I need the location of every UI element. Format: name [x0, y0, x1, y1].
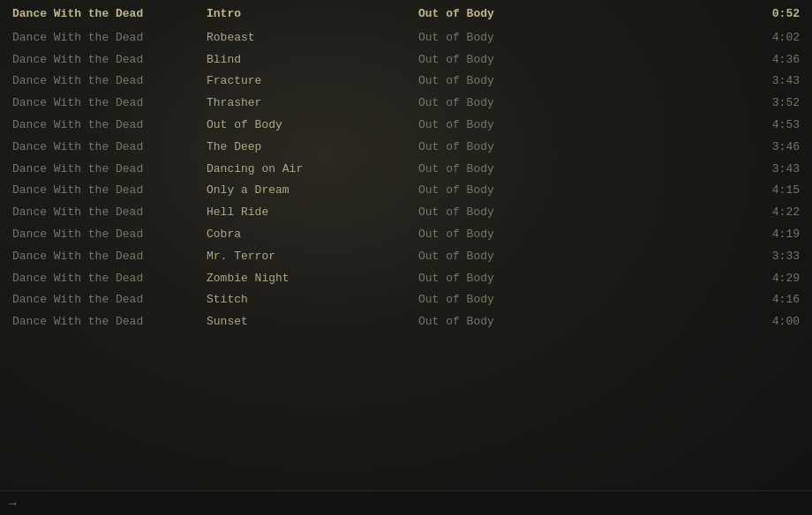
track-album: Out of Body: [418, 313, 595, 332]
table-row[interactable]: Dance With the DeadDancing on AirOut of …: [0, 159, 812, 181]
track-duration: 4:02: [595, 29, 800, 48]
track-list: Dance With the Dead Intro Out of Body 0:…: [0, 0, 812, 337]
table-row[interactable]: Dance With the DeadBlindOut of Body4:36: [0, 49, 812, 71]
track-duration: 4:22: [595, 204, 800, 222]
track-album: Out of Body: [418, 226, 595, 244]
track-artist: Dance With the Dead: [12, 116, 207, 135]
track-title: Robeast: [207, 29, 418, 48]
track-duration: 4:19: [595, 226, 800, 244]
track-duration: 3:33: [595, 248, 800, 266]
table-row[interactable]: Dance With the DeadFractureOut of Body3:…: [0, 71, 812, 93]
table-row[interactable]: Dance With the DeadOnly a DreamOut of Bo…: [0, 180, 812, 202]
table-row[interactable]: Dance With the DeadMr. TerrorOut of Body…: [0, 246, 812, 268]
track-artist: Dance With the Dead: [12, 313, 207, 332]
track-title: Mr. Terror: [207, 248, 418, 266]
track-title: Out of Body: [207, 116, 418, 135]
track-album: Out of Body: [418, 29, 595, 48]
track-artist: Dance With the Dead: [12, 291, 207, 310]
track-duration: 3:52: [595, 94, 800, 113]
track-album: Out of Body: [418, 204, 595, 222]
header-artist: Dance With the Dead: [12, 5, 207, 24]
track-artist: Dance With the Dead: [12, 204, 207, 222]
track-duration: 3:43: [595, 72, 800, 91]
track-artist: Dance With the Dead: [12, 226, 207, 244]
track-album: Out of Body: [418, 248, 595, 266]
track-artist: Dance With the Dead: [12, 51, 207, 70]
track-duration: 4:53: [595, 116, 800, 135]
track-title: Sunset: [207, 313, 418, 332]
track-title: The Deep: [207, 138, 418, 157]
track-album: Out of Body: [418, 116, 595, 135]
track-duration: 4:29: [595, 270, 800, 288]
track-album: Out of Body: [418, 72, 595, 91]
track-artist: Dance With the Dead: [12, 29, 207, 48]
track-artist: Dance With the Dead: [12, 182, 207, 200]
track-title: Fracture: [207, 72, 418, 91]
table-row[interactable]: Dance With the DeadThe DeepOut of Body3:…: [0, 137, 812, 159]
header-title: Intro: [207, 5, 418, 24]
track-artist: Dance With the Dead: [12, 138, 207, 157]
track-artist: Dance With the Dead: [12, 248, 207, 266]
header-duration: 0:52: [595, 5, 800, 24]
track-album: Out of Body: [418, 291, 595, 310]
arrow-icon: →: [9, 496, 16, 511]
table-row[interactable]: Dance With the DeadRobeastOut of Body4:0…: [0, 27, 812, 49]
track-album: Out of Body: [418, 51, 595, 70]
track-title: Zombie Night: [207, 270, 418, 288]
table-row[interactable]: Dance With the DeadCobraOut of Body4:19: [0, 224, 812, 246]
track-duration: 4:16: [595, 291, 800, 310]
track-title: Cobra: [207, 226, 418, 244]
table-row[interactable]: Dance With the DeadOut of BodyOut of Bod…: [0, 115, 812, 137]
track-duration: 4:00: [595, 313, 800, 332]
track-title: Hell Ride: [207, 204, 418, 222]
track-title: Thrasher: [207, 94, 418, 113]
track-title: Dancing on Air: [207, 160, 418, 179]
track-duration: 4:36: [595, 51, 800, 70]
bottom-bar: →: [0, 490, 812, 515]
header-album: Out of Body: [418, 5, 595, 24]
track-title: Stitch: [207, 291, 418, 310]
table-row[interactable]: Dance With the DeadSunsetOut of Body4:00: [0, 311, 812, 333]
track-title: Only a Dream: [207, 182, 418, 200]
track-title: Blind: [207, 51, 418, 70]
track-album: Out of Body: [418, 270, 595, 288]
track-duration: 3:43: [595, 160, 800, 179]
table-row[interactable]: Dance With the DeadStitchOut of Body4:16: [0, 289, 812, 311]
track-album: Out of Body: [418, 182, 595, 200]
track-album: Out of Body: [418, 138, 595, 157]
track-list-header: Dance With the Dead Intro Out of Body 0:…: [0, 4, 812, 26]
track-duration: 3:46: [595, 138, 800, 157]
track-album: Out of Body: [418, 94, 595, 113]
table-row[interactable]: Dance With the DeadHell RideOut of Body4…: [0, 202, 812, 224]
track-duration: 4:15: [595, 182, 800, 200]
track-artist: Dance With the Dead: [12, 72, 207, 91]
track-album: Out of Body: [418, 160, 595, 179]
table-row[interactable]: Dance With the DeadThrasherOut of Body3:…: [0, 93, 812, 115]
table-row[interactable]: Dance With the DeadZombie NightOut of Bo…: [0, 268, 812, 290]
track-artist: Dance With the Dead: [12, 270, 207, 288]
track-artist: Dance With the Dead: [12, 160, 207, 179]
track-artist: Dance With the Dead: [12, 94, 207, 113]
